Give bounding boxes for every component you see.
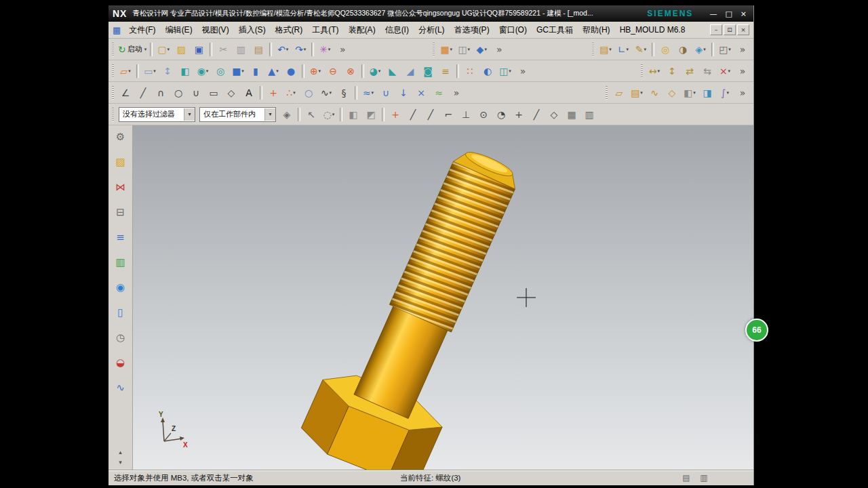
intersect-button[interactable]: ⊗: [342, 62, 359, 80]
menu-item[interactable]: 信息(I): [380, 24, 414, 36]
sketch-button[interactable]: ▱▾: [117, 62, 134, 80]
draft-button[interactable]: ◢: [401, 62, 419, 80]
constraint-navigator-icon[interactable]: ⊟: [113, 205, 128, 220]
datum-plane-button[interactable]: ▭▾: [141, 62, 159, 80]
overflow-chevron[interactable]: »: [734, 84, 751, 102]
ellipse-button[interactable]: ○: [300, 84, 317, 102]
delete-face-button[interactable]: ×▾: [716, 62, 734, 80]
overflow-chevron[interactable]: »: [514, 62, 532, 80]
command-finder-button[interactable]: ✳▾: [316, 41, 334, 58]
child-minimize-button[interactable]: –: [710, 24, 722, 35]
selection-filter-dropdown[interactable]: 没有选择过滤器 ▾: [119, 107, 195, 122]
project-curve-button[interactable]: ↓: [395, 84, 412, 102]
snap-options-button[interactable]: ▥: [580, 106, 598, 123]
display-mode-button[interactable]: ▦▾: [437, 41, 455, 58]
menu-item[interactable]: 工具(T): [307, 24, 343, 36]
resource-scroll-up-button[interactable]: ▴: [113, 448, 128, 456]
open-file-button[interactable]: ▨: [172, 41, 190, 58]
redo-button[interactable]: ↷▾: [292, 41, 309, 58]
materials-icon[interactable]: ◒: [113, 355, 128, 370]
toolbar-grip[interactable]: [592, 43, 594, 56]
minimize-button[interactable]: —: [709, 10, 717, 18]
overflow-chevron[interactable]: »: [334, 41, 351, 58]
assign-material-button[interactable]: ◑: [674, 41, 692, 58]
bolt-model[interactable]: [133, 125, 753, 470]
child-close-button[interactable]: ×: [737, 24, 749, 35]
graphics-window[interactable]: Y Z X: [133, 125, 753, 470]
toolbar-grip[interactable]: [112, 108, 114, 121]
fillet-button[interactable]: ∪: [187, 84, 205, 102]
datum-axis-button[interactable]: ↕: [159, 62, 176, 80]
snap-point-toggle[interactable]: +: [387, 106, 404, 123]
save-button[interactable]: ▣: [190, 41, 208, 58]
menu-item[interactable]: 装配(A): [344, 24, 380, 36]
render-style-button[interactable]: ◆▾: [473, 41, 490, 58]
undo-button[interactable]: ↶▾: [274, 41, 292, 58]
menu-item[interactable]: 分析(L): [414, 24, 450, 36]
n-sided-surface-button[interactable]: ◇: [663, 84, 681, 102]
child-restore-button[interactable]: ⊡: [724, 24, 736, 35]
arc-center-snap-button[interactable]: ⊙: [475, 106, 492, 123]
pattern-feature-button[interactable]: ∷: [461, 62, 479, 80]
cone-button[interactable]: ▲▾: [264, 62, 282, 80]
overflow-chevron[interactable]: »: [734, 41, 751, 58]
trim-body-button[interactable]: ◫▾: [496, 62, 514, 80]
shaded-solid-button[interactable]: ◧: [344, 106, 362, 123]
internet-explorer-icon[interactable]: ◉: [113, 280, 128, 295]
menu-item[interactable]: 格式(R): [271, 24, 308, 36]
point-button[interactable]: +: [264, 84, 282, 102]
point-set-button[interactable]: ∴▾: [282, 84, 300, 102]
status-doc-icon[interactable]: ▤: [679, 470, 694, 485]
helix-button[interactable]: §: [335, 84, 353, 102]
thread-button[interactable]: ≡: [437, 62, 454, 80]
resource-scroll-down-button[interactable]: ▾: [113, 458, 128, 466]
general-selection-filter-button[interactable]: ◈: [278, 106, 296, 123]
intersection-snap-button[interactable]: ⊥: [457, 106, 475, 123]
ruled-surface-button[interactable]: ▱: [610, 84, 628, 102]
new-file-button[interactable]: ▢▾: [155, 41, 172, 58]
existing-point-snap-button[interactable]: +: [510, 106, 528, 123]
menu-item[interactable]: HB_MOULD M6.8: [615, 25, 690, 35]
through-curves-button[interactable]: ▤▾: [628, 84, 646, 102]
revolve-button[interactable]: ◉▾: [194, 62, 212, 80]
profile-button[interactable]: ∠: [117, 84, 134, 102]
paste-button[interactable]: ▤: [250, 41, 267, 58]
help-library-icon[interactable]: ▯: [113, 305, 128, 320]
menu-item[interactable]: 文件(F): [124, 24, 160, 36]
facet-body-button[interactable]: ◩: [362, 106, 380, 123]
status-clip-icon[interactable]: ▥: [696, 470, 711, 485]
cut-button[interactable]: ✂: [214, 41, 232, 58]
toolbar-grip[interactable]: [641, 64, 643, 78]
grid-snap-button[interactable]: ▦: [563, 106, 580, 123]
unite-button[interactable]: ⊕▾: [307, 62, 324, 80]
navigation-gear-icon[interactable]: ⚙: [113, 129, 128, 144]
replace-face-button[interactable]: ⇆: [698, 62, 716, 80]
control-point-snap-button[interactable]: ⌐: [439, 106, 457, 123]
cylinder-button[interactable]: ▮: [247, 62, 264, 80]
shell-button[interactable]: ◙: [419, 62, 437, 80]
menu-item[interactable]: GC工具箱: [532, 24, 578, 36]
toolbar-grip[interactable]: [606, 86, 608, 100]
overflow-chevron[interactable]: »: [734, 62, 751, 80]
view-orientation-button[interactable]: ∟▾: [614, 41, 632, 58]
section-curve-button[interactable]: ≈: [430, 84, 448, 102]
rectangle-button[interactable]: ▭: [205, 84, 222, 102]
block-button[interactable]: ■▾: [229, 62, 247, 80]
line-button[interactable]: ╱: [134, 84, 152, 102]
lasso-button[interactable]: ◌▾: [320, 106, 338, 123]
toolbar-grip[interactable]: [112, 86, 114, 100]
wcs-dynamics-button[interactable]: ✎▾: [632, 41, 650, 58]
selection-scope-dropdown[interactable]: 仅在工作部件内 ▾: [199, 107, 276, 122]
end-point-snap-button[interactable]: ╱: [404, 106, 422, 123]
point-on-face-snap-button[interactable]: ◇: [545, 106, 563, 123]
process-studio-icon[interactable]: ∿: [113, 380, 128, 395]
hole-button[interactable]: ◎: [212, 62, 229, 80]
quadrant-snap-button[interactable]: ◔: [492, 106, 510, 123]
reuse-library-icon[interactable]: ▥: [113, 255, 128, 270]
offset-surface-button[interactable]: ◧▾: [681, 84, 698, 102]
subtract-button[interactable]: ⊖: [324, 62, 342, 80]
studio-spline-button[interactable]: ∿▾: [317, 84, 335, 102]
offset-region-button[interactable]: ⇄: [681, 62, 698, 80]
sphere-button[interactable]: ●: [282, 62, 300, 80]
close-button[interactable]: ×: [741, 10, 747, 18]
